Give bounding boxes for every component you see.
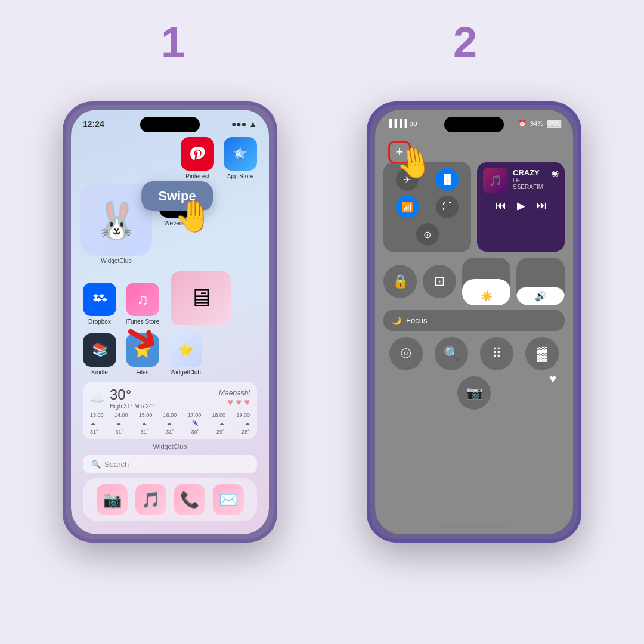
cc-battery-icon: ▓▓▓ [547,120,561,127]
dropbox-label: Dropbox [88,318,111,325]
heart-icon: ♥ [549,372,556,386]
prev-btn[interactable]: ⏮ [496,199,506,212]
widgetclub-app-small[interactable]: ⭐ WidgetClub [169,333,202,376]
cc-focus-section: 🌙 Focus [375,305,573,331]
dynamic-island-1 [140,117,200,132]
focus-tile[interactable]: 🌙 Focus [383,310,565,331]
app-row-3: Dropbox ♫ iTunes Store 🖥 [71,269,269,327]
np-artist: LE SSERAFIM [513,177,547,190]
np-title: CRAZY [513,168,547,177]
dock: 📷 🎵 📞 ✉️ [83,478,257,521]
focus-label: Focus [406,316,427,325]
weather-widget: ☁️ 30° High:31° Min:24° Maebashi ♥ ♥ ♥ [83,382,257,439]
weather-highlow: High:31° Min:24° [110,403,154,410]
phone-1-screen: 12:24 ●●● ▲ Pinterest [71,110,269,534]
time-display: 12:24 [83,119,104,129]
search-bar[interactable]: 🔍 Search [83,455,257,473]
phone-1: 12:24 ●●● ▲ Pinterest [63,101,277,543]
cellular-btn[interactable]: ▐▌ [436,168,459,191]
pinterest-app[interactable]: Pinterest [181,137,214,179]
appstore-app[interactable]: A App Store [224,137,257,179]
step-1-label: 1 [161,18,185,67]
cc-row2: 🔒 ⊡ ☀️ 🔊 [375,252,573,305]
pink-computer-widget: 🖥 [171,271,231,325]
album-art: 🎵 [483,168,508,193]
pinterest-label: Pinterest [185,173,209,179]
moon-icon: 🌙 [392,316,401,325]
screen-mirror-btn[interactable]: ⊡ [423,265,456,298]
cc-bottom-row1: ⦾ 🔍 ⠿ ▓ [375,331,573,370]
rotation-lock-btn[interactable]: 🔒 [383,265,417,298]
widgetclub-small-icon: ⭐ [169,333,202,367]
control-center-screen: ▐▐▐▐ po ⏰ 94% ▓▓▓ + 🤚 ✈ [375,110,573,534]
dropbox-icon [83,283,116,316]
pinterest-icon [181,137,214,171]
cc-bottom-row2: 📷 [375,370,573,410]
calculator-btn[interactable]: ⠿ [480,337,513,370]
play-btn[interactable]: ▶ [517,199,525,212]
status-icons: ●●● ▲ [231,119,257,129]
dynamic-island-2 [444,117,504,132]
next-btn[interactable]: ⏭ [536,199,547,212]
dock-mail-icon[interactable]: ✉️ [213,484,244,515]
search-label: Search [104,460,129,469]
weather-temps: 31°31°31°31°30°29°28° [90,429,250,435]
camera-btn[interactable]: 📷 [457,376,491,410]
kindle-app[interactable]: 📚 Kindle [83,333,116,376]
home-screen: 12:24 ●●● ▲ Pinterest [71,110,269,534]
phone-2: ▐▐▐▐ po ⏰ 94% ▓▓▓ + 🤚 ✈ [367,101,581,543]
hand-cursor-2: 🤚 [393,143,435,183]
app-row-4: 📚 Kindle ⭐ Files ⭐ WidgetClub [71,331,269,378]
np-controls: ⏮ ▶ ⏭ [483,199,559,212]
top-app-row: Pinterest A App Store [71,131,269,179]
kindle-label: Kindle [91,369,108,376]
weather-temp: 30° [110,386,154,403]
step-2-label: 2 [453,18,477,67]
dock-music-icon[interactable]: 🎵 [135,484,166,515]
volume-slider[interactable]: 🔊 [516,258,565,305]
magnifier-btn[interactable]: 🔍 [435,337,468,370]
now-playing-tile: 🎵 CRAZY LE SSERAFIM ◉ ⏮ ▶ ⏭ [477,162,565,252]
hand-cursor-1: 🤚 [174,198,213,234]
home-bar [438,525,510,528]
widgetclub-label-main: WidgetClub [101,258,132,264]
dock-phone-icon[interactable]: 📞 [174,484,205,515]
weather-widget-label: WidgetClub [71,443,269,450]
page-container: 1 2 12:24 ●●● ▲ [0,0,644,644]
cc-clock-icon: ⏰ [518,120,527,128]
brightness-slider[interactable]: ☀️ [462,258,510,305]
bluetooth-btn[interactable]: ⛶ [436,196,459,218]
wifi-btn[interactable]: 📶 [396,196,419,218]
widgetclub-small-label: WidgetClub [170,369,201,376]
files-label: Files [136,369,148,376]
svg-text:A: A [235,149,242,159]
weather-hearts: ♥ ♥ ♥ [228,397,250,408]
screen-record-btn[interactable]: ⦾ [389,337,423,370]
weather-location: Maebashi [219,389,250,397]
airplay-btn[interactable]: ◉ [552,168,559,178]
appstore-icon: A [224,137,257,171]
appstore-label: App Store [227,173,253,179]
search-icon: 🔍 [91,460,101,469]
cc-battery-pct: 94% [530,120,543,127]
weather-hours: 13:0014:0015:0016:0017:0018:0019:00 [90,412,250,418]
phone-2-screen: ▐▐▐▐ po ⏰ 94% ▓▓▓ + 🤚 ✈ [375,110,573,534]
airdrop-btn[interactable]: ⊙ [416,223,439,246]
dropbox-app[interactable]: Dropbox [83,283,116,325]
cc-signal: ▐▐▐▐ po [387,119,417,128]
battery-status-btn[interactable]: ▓ [525,337,559,370]
dock-camera-icon[interactable]: 📷 [97,484,128,515]
kindle-icon: 📚 [83,333,116,367]
weather-hour-icons: ☁☁☁☁🌂☁☁ [90,420,250,426]
